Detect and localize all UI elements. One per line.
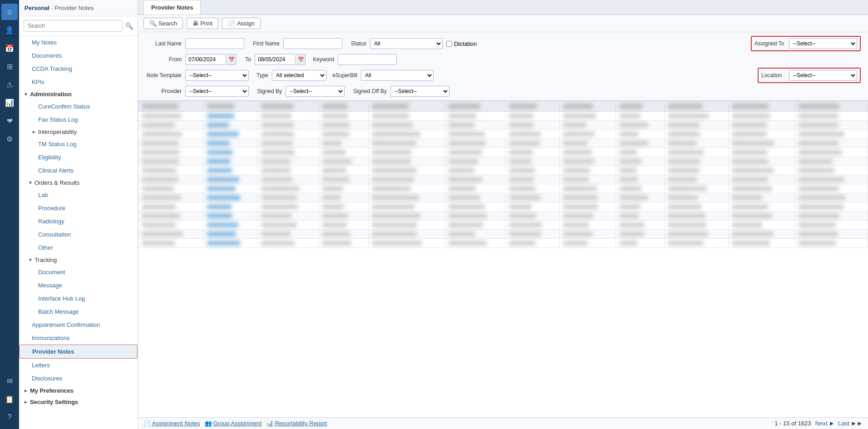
table-cell xyxy=(444,239,506,248)
table-row[interactable] xyxy=(138,184,868,193)
sidebar-item-immunizations[interactable]: Immunizations xyxy=(19,331,138,345)
sidebar-item-fax-status-log-label: Fax Status Log xyxy=(38,116,78,123)
table-cell xyxy=(444,139,506,148)
table-cell xyxy=(368,184,444,193)
table-row[interactable] xyxy=(138,166,868,175)
sidebar-item-consultation[interactable]: Consultation xyxy=(19,228,138,241)
sidebar-item-radiology[interactable]: Radiology xyxy=(19,215,138,228)
table-row[interactable] xyxy=(138,202,868,212)
type-select[interactable]: All selected xyxy=(272,70,326,81)
sidebar-item-disclosures[interactable]: Disclosures xyxy=(19,372,138,385)
sidebar-item-interface-hub-log[interactable]: Interface Hub Log xyxy=(19,292,138,305)
first-name-input[interactable] xyxy=(283,38,342,49)
provider-select[interactable]: --Select-- xyxy=(185,86,249,97)
assign-button[interactable]: 📄 Assign xyxy=(222,18,261,29)
user-icon[interactable]: 👤 xyxy=(1,22,18,38)
sidebar-item-eligibility[interactable]: Eligibility xyxy=(19,151,138,164)
table-row[interactable] xyxy=(138,175,868,184)
dictation-checkbox[interactable] xyxy=(446,41,452,47)
status-select[interactable]: All Active Inactive xyxy=(370,38,443,49)
location-select[interactable]: --Select-- xyxy=(789,70,857,81)
sidebar: Personal - Provider Notes 🔍 My Notes Doc… xyxy=(19,0,138,429)
sidebar-item-document[interactable]: Document xyxy=(19,266,138,279)
keyword-input[interactable] xyxy=(338,54,397,65)
table-cell xyxy=(203,166,257,175)
heartbeat-icon[interactable]: ❤ xyxy=(1,113,18,129)
next-link[interactable]: Next xyxy=(815,420,828,427)
table-row[interactable] xyxy=(138,148,868,157)
page-tab-provider-notes[interactable]: Provider Notes xyxy=(143,0,201,15)
table-row[interactable] xyxy=(138,239,868,248)
clipboard-icon[interactable]: 📋 xyxy=(1,391,18,407)
mail-icon[interactable]: ✉ xyxy=(1,373,18,389)
signed-off-by-select[interactable]: --Select-- xyxy=(390,86,449,97)
table-row[interactable] xyxy=(138,130,868,139)
sidebar-item-batch-message[interactable]: Batch Message xyxy=(19,305,138,318)
sidebar-item-my-notes[interactable]: My Notes xyxy=(19,36,138,49)
grid-icon[interactable]: ⊞ xyxy=(1,58,18,74)
sidebar-section-my-preferences[interactable]: ► My Preferences xyxy=(19,385,138,396)
table-row[interactable] xyxy=(138,212,868,221)
assignment-notes-link[interactable]: 📄 Assignment Notes xyxy=(143,420,200,427)
assigned-to-select[interactable]: --Select-- xyxy=(789,38,857,49)
to-calendar-icon[interactable]: 📅 xyxy=(296,54,306,65)
table-cell xyxy=(616,121,665,130)
sidebar-section-security-settings[interactable]: ► Security Settings xyxy=(19,396,138,408)
sidebar-item-cureconfirm[interactable]: CureConfirm Status xyxy=(19,100,138,113)
sidebar-item-other[interactable]: Other xyxy=(19,241,138,254)
table-cell xyxy=(664,130,728,139)
last-name-input[interactable] xyxy=(185,38,244,49)
last-link[interactable]: Last xyxy=(838,420,849,427)
sidebar-item-fax-status-log[interactable]: Fax Status Log xyxy=(19,113,138,126)
sidebar-section-tracking[interactable]: ▼ Tracking xyxy=(19,254,138,266)
sidebar-item-clinical-alerts[interactable]: Clinical Alerts xyxy=(19,164,138,177)
table-row[interactable] xyxy=(138,221,868,230)
print-button[interactable]: 🖶 Print xyxy=(187,18,218,29)
sidebar-item-procedure[interactable]: Procedure xyxy=(19,202,138,215)
sidebar-item-kpis[interactable]: KPIs xyxy=(19,75,138,89)
sidebar-item-tm-status-log[interactable]: TM Status Log xyxy=(19,138,138,151)
table-row[interactable] xyxy=(138,139,868,148)
calendar-icon[interactable]: 📅 xyxy=(1,40,18,56)
sidebar-section-administration[interactable]: ▼ Administration xyxy=(19,89,138,100)
help-icon[interactable]: ? xyxy=(1,409,18,425)
esuperbill-select[interactable]: All xyxy=(361,70,434,81)
filter-row-3: Note Template --Select-- Type All select… xyxy=(145,68,861,83)
signed-by-select[interactable]: --Select-- xyxy=(286,86,345,97)
sidebar-header: Personal - Provider Notes xyxy=(19,0,138,16)
sidebar-section-orders-results[interactable]: ▼ Orders & Results xyxy=(19,177,138,188)
table-cell xyxy=(203,121,257,130)
toolbar: 🔍 Search 🖶 Print 📄 Assign xyxy=(138,15,868,32)
table-row[interactable] xyxy=(138,121,868,130)
sidebar-item-radiology-label: Radiology xyxy=(38,218,64,225)
table-cell xyxy=(444,202,506,212)
note-template-select[interactable]: --Select-- xyxy=(185,70,249,81)
from-calendar-icon[interactable]: 📅 xyxy=(227,54,236,65)
sidebar-item-lab[interactable]: Lab xyxy=(19,188,138,202)
to-date-input[interactable] xyxy=(255,54,296,65)
sidebar-search-input[interactable] xyxy=(24,20,123,32)
reportability-report-link[interactable]: 📊 Reportability Report xyxy=(266,420,327,427)
sidebar-item-provider-notes[interactable]: Provider Notes xyxy=(19,345,138,359)
table-row[interactable] xyxy=(138,193,868,202)
table-cell xyxy=(138,239,203,248)
table-row[interactable] xyxy=(138,112,868,121)
table-row[interactable] xyxy=(138,157,868,166)
table-row[interactable] xyxy=(138,230,868,239)
sidebar-item-message[interactable]: Message xyxy=(19,279,138,292)
sidebar-item-documents[interactable]: Documents xyxy=(19,49,138,62)
sidebar-item-letters[interactable]: Letters xyxy=(19,359,138,372)
group-assignment-link[interactable]: 👥 Group Assignment xyxy=(205,420,262,427)
sidebar-section-interoperability[interactable]: ► Interoperability xyxy=(19,126,138,138)
search-button[interactable]: 🔍 Search xyxy=(143,18,183,29)
home-icon[interactable]: ⌂ xyxy=(1,4,18,20)
sidebar-item-appointment-confirmation-label: Appointment Confirmation xyxy=(32,321,100,328)
from-date-input[interactable] xyxy=(185,54,226,65)
sidebar-item-batch-message-label: Batch Message xyxy=(38,308,79,315)
alert-icon[interactable]: ⚠ xyxy=(1,76,18,93)
table-cell xyxy=(616,175,665,184)
sidebar-item-ccda-tracking[interactable]: CCDA Tracking xyxy=(19,62,138,75)
sidebar-item-appointment-confirmation[interactable]: Appointment Confirmation xyxy=(19,318,138,331)
gear-icon[interactable]: ⚙ xyxy=(1,131,18,147)
report-icon[interactable]: 📊 xyxy=(1,94,18,111)
